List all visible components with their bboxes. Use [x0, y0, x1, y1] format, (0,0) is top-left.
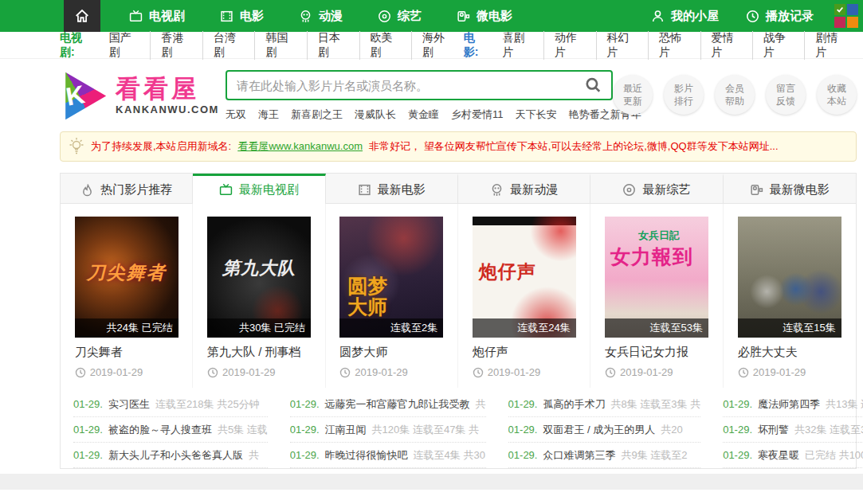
tv-link-korea[interactable]: 韩国剧 — [254, 31, 307, 60]
tab-latest-variety[interactable]: 最新综艺 — [590, 174, 723, 203]
nav-my-home[interactable]: 我的小屋 — [651, 0, 719, 32]
tab-latest-movies[interactable]: 最新电影 — [326, 174, 458, 203]
list-item[interactable]: 01-29. 远藤宪一和宫藤官九郎让我受教 共 — [290, 392, 486, 417]
news-column: 01-29. 魔法师第四季 共13集 连载至1集 01-29. 坏刑警 共32集… — [723, 392, 863, 468]
nav-item-anime[interactable]: 动漫 — [292, 0, 349, 32]
tv-link-hongkong[interactable]: 香港剧 — [150, 31, 202, 60]
tab-latest-anime[interactable]: 最新动漫 — [458, 174, 590, 203]
app-grid-icon[interactable] — [834, 4, 858, 28]
notice-text-prefix: 为了持续发展,本站启用新域名: — [91, 139, 231, 154]
site-logo[interactable]: K 看看屋 KANKANWU.COM — [60, 70, 226, 122]
site-header: K 看看屋 KANKANWU.COM 无双 海王 新喜剧之王 漫威队长 黄金瞳 … — [60, 59, 857, 122]
video-title[interactable]: 女兵日记女力报 — [605, 345, 708, 360]
list-item[interactable]: 01-29. 寒夜星暖 已完结 共100分钟 — [723, 443, 863, 468]
hot-keyword[interactable]: 无双 — [226, 107, 246, 122]
poster-image[interactable]: 刀尖舞者 共24集 已完结 — [75, 217, 178, 338]
nav-my-home-label: 我的小屋 — [671, 9, 719, 24]
movie-link-drama[interactable]: 剧情片 — [804, 31, 856, 60]
movie-link-scifi[interactable]: 科幻片 — [596, 31, 648, 60]
movie-category-label: 电影: — [464, 31, 488, 60]
list-item[interactable]: 01-29. 新大头儿子和小头爸爸真人版 共 — [73, 443, 268, 468]
nav-item-label: 综艺 — [398, 9, 422, 24]
tv-icon — [129, 10, 143, 23]
nav-item-micro-movie[interactable]: 微电影 — [450, 0, 519, 32]
logo-text: 看看屋 KANKANWU.COM — [116, 76, 219, 115]
video-date: 2019-01-29 — [207, 366, 311, 378]
list-item[interactable]: 01-29. 双面君王 / 成为王的男人 共20 — [508, 417, 701, 443]
search-button[interactable] — [575, 72, 611, 99]
list-item[interactable]: 01-29. 被盗的脸～寻人搜查班 共5集 连载 — [73, 417, 268, 443]
member-help-button[interactable]: 会员 帮助 — [715, 75, 755, 115]
recent-updates-button[interactable]: 最近 更新 — [613, 75, 653, 115]
list-item[interactable]: 01-29. 坏刑警 共32集 连载至30集 共30分 — [723, 417, 863, 443]
nav-item-variety[interactable]: 综艺 — [371, 0, 428, 32]
movie-link-horror[interactable]: 恐怖片 — [648, 31, 700, 60]
video-card: 刀尖舞者 共24集 已完结 刀尖舞者 2019-01-29 — [61, 204, 193, 388]
nav-home-button[interactable] — [64, 0, 100, 32]
clock-icon — [738, 367, 749, 378]
list-item[interactable]: 01-29. 昨晚过得很愉快吧 连载至4集 共30 — [290, 443, 486, 468]
episode-badge: 连载至24集 — [473, 318, 576, 338]
notice-domain-link[interactable]: 看看屋www.kankanwu.com — [237, 139, 363, 154]
top-navigation-bar: 电视剧 电影 动漫 — [0, 0, 863, 32]
poster-image[interactable]: 圆梦大师 连载至2集 — [339, 217, 443, 338]
feedback-button[interactable]: 留言 反馈 — [766, 75, 806, 115]
disc-icon — [378, 10, 391, 23]
search-area: 无双 海王 新喜剧之王 漫威队长 黄金瞳 乡村爱情11 天下长安 艳势番之新青年 — [226, 70, 613, 122]
tab-hot-recommend[interactable]: 热门影片推荐 — [61, 174, 193, 203]
hot-keyword[interactable]: 漫威队长 — [355, 107, 396, 122]
tab-latest-tv[interactable]: 最新电视剧 — [193, 174, 325, 204]
list-item[interactable]: 01-29. 实习医生 连载至218集 共25分钟 — [73, 392, 268, 417]
hot-keyword[interactable]: 黄金瞳 — [408, 107, 439, 122]
latest-updates-list: 01-29. 实习医生 连载至218集 共25分钟 01-29. 被盗的脸～寻人… — [61, 388, 856, 468]
tv-link-japan[interactable]: 日本剧 — [307, 31, 359, 60]
nav-item-tv-series[interactable]: 电视剧 — [123, 0, 191, 32]
grid-red-square — [834, 17, 845, 28]
hot-keyword[interactable]: 乡村爱情11 — [451, 107, 504, 122]
camera-icon — [457, 10, 470, 23]
poster-title-text: 圆梦大师 — [347, 275, 394, 318]
list-item[interactable]: 01-29. 魔法师第四季 共13集 连载至1集 — [723, 392, 863, 417]
tv-link-domestic[interactable]: 国产剧 — [99, 31, 151, 60]
home-icon — [75, 9, 89, 23]
tv-icon — [219, 183, 233, 197]
video-title[interactable]: 圆梦大师 — [339, 345, 443, 360]
video-card: 圆梦大师 连载至2集 圆梦大师 2019-01-29 — [326, 204, 458, 388]
list-item[interactable]: 01-29. 孤高的手术刀 共8集 连载至3集 共 — [508, 392, 701, 417]
video-title[interactable]: 第九大队 / 刑事档 — [207, 345, 311, 360]
episode-badge: 连载至53集 — [605, 318, 708, 338]
poster-image[interactable]: 炮仔声 连载至24集 — [473, 217, 576, 338]
video-title[interactable]: 刀尖舞者 — [75, 345, 178, 360]
tv-link-western[interactable]: 欧美剧 — [359, 31, 412, 60]
movie-link-war[interactable]: 战争片 — [752, 31, 804, 60]
list-item[interactable]: 01-29. 众口难调第三季 共9集 连载至2 — [508, 443, 701, 468]
news-column: 01-29. 孤高的手术刀 共8集 连载至3集 共 01-29. 双面君王 / … — [508, 392, 701, 468]
poster-image[interactable]: 女兵日記 女力報到 连载至53集 — [605, 217, 708, 338]
nav-item-movies[interactable]: 电影 — [214, 0, 270, 32]
search-box — [226, 70, 613, 100]
movie-link-romance[interactable]: 爱情片 — [700, 31, 752, 60]
poster-title-text: 刀尖舞者 — [75, 260, 178, 285]
clock-icon — [339, 367, 351, 378]
bookmark-site-button[interactable]: 收藏 本站 — [817, 75, 857, 115]
list-item[interactable]: 01-29. 江南丑闻 共120集 连载至47集 共 — [290, 417, 486, 443]
tab-latest-micro-movie[interactable]: 最新微电影 — [724, 174, 856, 203]
nav-play-history[interactable]: 播放记录 — [746, 0, 814, 32]
ranking-button[interactable]: 影片 排行 — [664, 75, 704, 115]
hot-keyword[interactable]: 海王 — [258, 107, 279, 122]
movie-link-action[interactable]: 动作片 — [543, 31, 595, 60]
tv-link-taiwan[interactable]: 台湾剧 — [202, 31, 255, 60]
video-date: 2019-01-29 — [738, 366, 841, 378]
grid-blue-square — [847, 4, 858, 15]
poster-image[interactable]: 连载至15集 — [738, 217, 841, 338]
movie-category-group: 电影: 喜剧片 动作片 科幻片 恐怖片 爱情片 战争片 剧情片 — [464, 31, 857, 60]
hot-keyword[interactable]: 新喜剧之王 — [291, 107, 343, 122]
hot-keyword[interactable]: 天下长安 — [516, 107, 557, 122]
tv-link-overseas[interactable]: 海外剧 — [411, 31, 464, 60]
search-input[interactable] — [227, 79, 575, 92]
episode-badge: 连载至15集 — [738, 318, 841, 338]
poster-image[interactable]: 第九大队 共30集 已完结 — [207, 217, 311, 338]
movie-link-comedy[interactable]: 喜剧片 — [492, 31, 543, 60]
video-title[interactable]: 炮仔声 — [473, 345, 576, 360]
video-title[interactable]: 必胜大丈夫 — [738, 345, 841, 360]
